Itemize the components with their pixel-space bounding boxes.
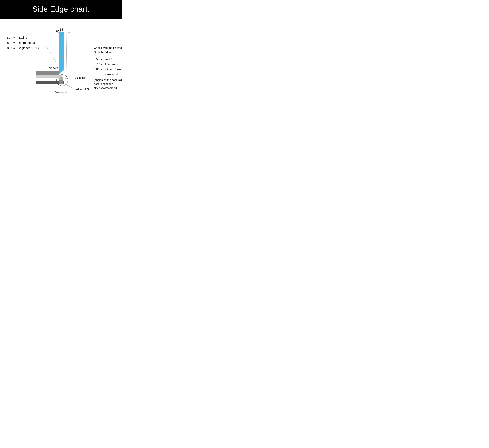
page-title: Side Edge chart: [2,5,120,13]
info-snowboard-line: snowboard [94,72,122,77]
diagram-svg: 87° 88° 89° [35,26,91,98]
info-angle-05-value: 0.5° = [94,57,104,61]
ski-layer-mid [36,75,62,78]
legend-item-88: 88° = Recreational [7,40,33,45]
legend-label-87: Racing [18,36,27,40]
info-angle-10-label: SG and downhill / [104,68,122,71]
ski-layer-top [36,72,59,75]
ski-layer-white [36,78,62,81]
legend-sep-89: = [13,46,15,50]
info-angle-10-value: 1.0° = [94,68,104,71]
angle-88-label: 88° [60,28,64,31]
angle-89-line [66,33,67,75]
ski-core-label: ski core [49,66,58,69]
base-angles-label: 0,5°/0,75°/1° [76,87,90,90]
legend-angle-88: 88° [7,41,12,45]
legend-angle-89: 89° [7,46,12,50]
info-angle-05: 0.5° = Slalom [94,56,122,62]
info-angle-05-label: Slalom [104,57,112,61]
info-check-text: Check with the Prisma Straight Edge. [94,46,122,55]
sideedge-arrowhead [64,78,66,79]
info-note: (angles on the base side vary according … [94,78,122,90]
angle-89-label: 89° [67,31,71,35]
main-content: 87° = Racing 88° = Recreational 89° = Be… [0,19,122,104]
info-panel: Check with the Prisma Straight Edge. 0.5… [94,26,122,90]
page-header: Side Edge chart: [0,0,122,19]
basebevel-arrowhead [61,84,63,85]
legend-label-88: Recreational [18,41,35,45]
legend-item-89: 89° = Beginner / SNB [7,45,33,50]
sideedge-label: Sideedge [75,76,86,79]
info-angle-10: 1.0° = SG and downhill / [94,67,122,72]
info-angle-075-value: 0.75°= [94,63,104,66]
info-snowboard-label: snowboard [104,72,118,76]
edge-block-dark [59,80,63,84]
legend-sep-88: = [13,41,15,45]
info-angle-075-label: Giant slalom [104,63,119,66]
info-angle-075: 0.75°= Giant slalom [94,62,122,67]
info-angles: 0.5° = Slalom 0.75°= Giant slalom 1.0° =… [94,56,122,77]
legend-panel: 87° = Racing 88° = Recreational 89° = Be… [7,26,33,51]
legend-angle-87: 87° [7,36,12,40]
basebevel-label: Basebevel [55,91,67,94]
base-angle-line-3 [66,84,75,90]
diagram-area: 87° 88° 89° [35,26,91,99]
legend-sep-87: = [13,36,15,40]
legend-item-87: 87° = Racing [7,35,33,40]
